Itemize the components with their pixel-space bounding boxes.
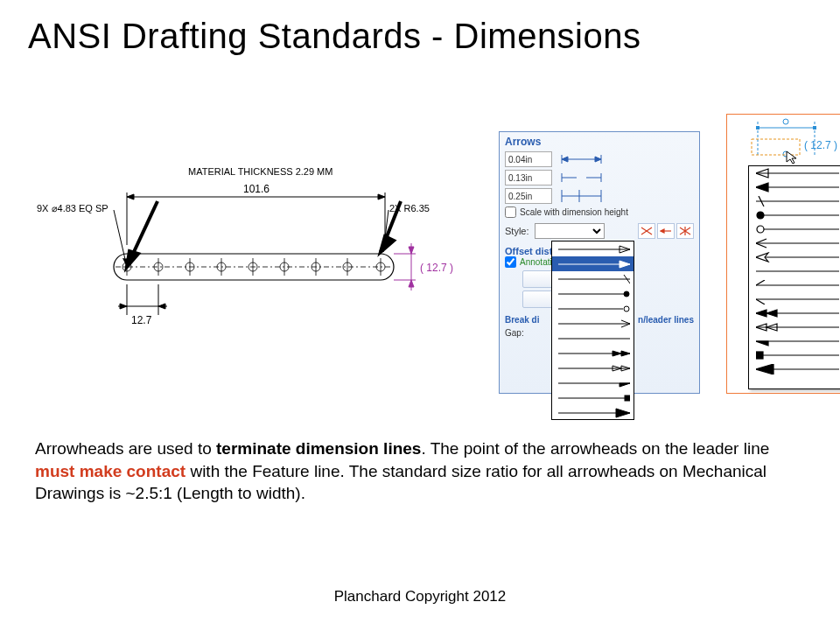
svg-marker-119 [766,310,777,317]
pal-big[interactable] [749,362,840,376]
pal-none2[interactable] [749,264,840,278]
palette-top-dim: ( 12.7 ) [727,115,840,163]
body-p1c: . The point of the arrowheads on the lea… [421,439,769,458]
body-p1d: must make contact [35,462,186,480]
arrow-opt-bigfilled[interactable] [552,405,634,420]
pal-dblopen[interactable] [749,320,840,334]
content-row: MATERIAL THICKNESS 2.29 MM 9X ⌀4.83 EQ S… [35,131,805,402]
svg-marker-87 [616,409,630,417]
style-label: Style: [505,226,529,236]
arrow-opt-opendot[interactable] [552,301,634,316]
pal-half[interactable] [749,334,840,348]
arrow-opt-doublefilled[interactable] [552,346,634,360]
svg-line-114 [756,280,765,285]
break-left: Break di [505,315,539,325]
svg-line-108 [756,239,766,243]
cursor-icon [785,150,801,165]
svg-marker-124 [756,341,768,346]
pal-up[interactable] [749,278,840,292]
arrow-preview-3-icon [557,188,606,204]
pal-slash[interactable] [749,194,840,208]
pal-thin[interactable] [749,236,840,250]
arrow-opt-none[interactable] [552,331,634,346]
pal-box[interactable] [749,348,840,362]
pal-opendot[interactable] [749,222,840,236]
footer-copyright: Planchard Copyright 2012 [0,588,840,606]
arrow-opt-half[interactable] [552,375,634,390]
palette-dim-text: ( 12.7 ) [804,139,837,151]
svg-marker-36 [409,280,414,287]
arrow-opt-box[interactable] [552,390,634,405]
overall-dim: 101.6 [243,183,270,195]
svg-point-71 [624,306,629,312]
svg-rect-126 [756,352,763,359]
svg-marker-10 [378,194,385,200]
svg-marker-65 [620,261,630,268]
scale-checkbox[interactable] [505,206,516,218]
arrow-size-3-input[interactable] [505,188,552,204]
pitch-dim: 12.7 [131,314,152,326]
svg-marker-40 [120,304,127,309]
style-select[interactable] [535,223,605,239]
arrow-preview-2-icon [557,170,606,186]
style-btn-2[interactable] [657,223,675,239]
pal-dblfilled[interactable] [749,306,840,320]
svg-point-69 [624,291,629,297]
svg-marker-9 [127,194,134,200]
svg-rect-92 [813,126,816,130]
body-p1a: Arrowheads are used to [35,439,216,458]
svg-line-109 [756,243,766,248]
svg-line-73 [621,320,630,324]
scale-checkbox-label: Scale with dimension height [520,207,628,217]
svg-marker-100 [756,183,768,192]
style-btn-1[interactable] [638,223,655,239]
svg-marker-3 [381,236,394,252]
svg-marker-35 [409,247,414,254]
pal-dot[interactable] [749,208,840,222]
pal-down[interactable] [749,292,840,306]
pal-open[interactable] [749,166,840,180]
body-paragraph: Arrowheads are used to terminate dimensi… [35,438,788,505]
arrowhead-list[interactable] [748,165,840,389]
svg-line-116 [756,299,765,304]
material-thickness-label: MATERIAL THICKNESS 2.29 MM [188,166,332,177]
style-dropdown[interactable] [551,241,634,420]
svg-marker-83 [620,383,630,387]
style-btn-3[interactable] [676,223,694,239]
svg-marker-45 [562,157,568,162]
fillet-callout: 2X R6.35 [389,203,430,214]
arrows-panel-header: Arrows [505,136,694,148]
svg-marker-58 [661,229,664,233]
scale-checkbox-row[interactable]: Scale with dimension height [505,206,694,218]
arrow-opt-doubleopen[interactable] [552,360,634,375]
svg-rect-85 [625,396,630,401]
svg-line-74 [621,324,630,327]
arrow-size-1-input[interactable] [505,151,552,167]
arrow-opt-dot[interactable] [552,286,634,301]
arrow-opt-open[interactable] [552,242,634,256]
svg-point-93 [783,119,788,124]
hole-callout: 9X ⌀4.83 EQ SP [37,203,108,214]
svg-marker-128 [756,364,774,374]
svg-marker-46 [595,157,601,162]
arrow-opt-filled[interactable] [552,256,634,271]
pal-openarrow[interactable] [749,250,840,264]
height-dim: ( 12.7 ) [420,262,453,274]
arrowhead-palette: ( 12.7 ) [726,114,840,394]
engineering-drawing: MATERIAL THICKNESS 2.29 MM 9X ⌀4.83 EQ S… [35,149,481,368]
arrow-preview-1-icon [557,151,606,167]
page-title: ANSI Drafting Standards - Dimensions [0,0,840,56]
annot-checkbox[interactable] [505,256,516,268]
arrow-opt-slash[interactable] [552,271,634,286]
svg-point-104 [757,212,764,219]
break-right: n/leader lines [638,315,694,325]
svg-marker-96 [787,151,796,164]
svg-point-106 [757,226,764,233]
svg-marker-78 [612,351,621,356]
gap-label: Gap: [505,328,524,338]
arrow-size-2-input[interactable] [505,170,552,186]
pal-filled[interactable] [749,180,840,194]
svg-rect-91 [756,126,760,130]
body-p1b: terminate dimension lines [216,439,421,458]
arrow-opt-thin[interactable] [552,316,634,331]
